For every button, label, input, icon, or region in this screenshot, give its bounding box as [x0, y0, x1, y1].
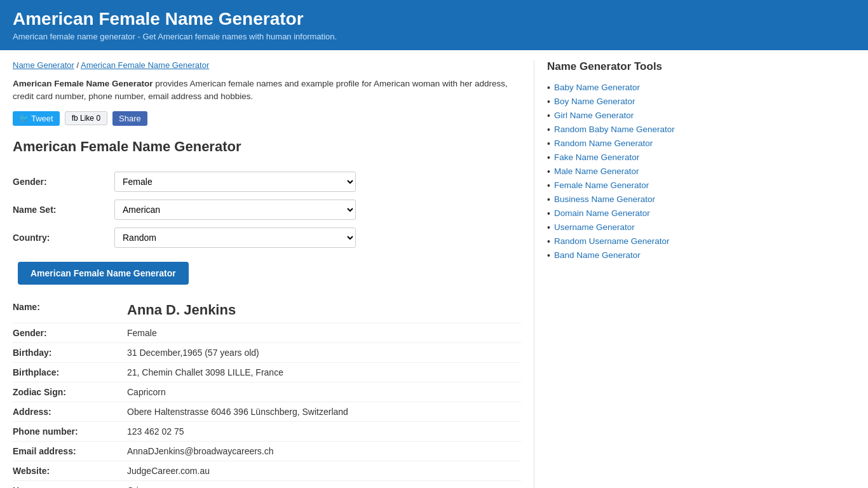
result-address-label: Address:: [13, 402, 127, 421]
sidebar-link-female-name-generator[interactable]: Female Name Generator: [554, 180, 649, 190]
result-gender-value: Female: [127, 323, 521, 342]
sidebar-list-item: Random Baby Name Generator: [547, 123, 675, 137]
result-birthday-value: 31 December,1965 (57 years old): [127, 342, 521, 362]
sidebar-link-baby-name-generator[interactable]: Baby Name Generator: [554, 83, 640, 92]
form-section-heading: American Female Name Generator: [13, 139, 521, 155]
country-row: Country: Random United States United Kin…: [13, 224, 521, 252]
sidebar-list-item: Username Generator: [547, 220, 675, 234]
page-title: American Female Name Generator: [13, 9, 855, 29]
sidebar-link-random-name-generator[interactable]: Random Name Generator: [554, 139, 653, 148]
sidebar-list-item: Business Name Generator: [547, 193, 675, 207]
breadcrumb: Name Generator / American Female Name Ge…: [13, 60, 521, 70]
sidebar-list-item: Random Name Generator: [547, 137, 675, 151]
nameset-label: Name Set:: [13, 196, 114, 224]
sidebar-list-item: Domain Name Generator: [547, 207, 675, 220]
sidebar-list-item: Random Username Generator: [547, 234, 675, 248]
result-gender-label: Gender:: [13, 323, 127, 342]
result-website-row: Website: JudgeCareer.com.au: [13, 461, 521, 480]
sidebar-list: Baby Name GeneratorBoy Name GeneratorGir…: [547, 81, 675, 262]
sidebar-link-domain-name-generator[interactable]: Domain Name Generator: [554, 208, 650, 218]
breadcrumb-current[interactable]: American Female Name Generator: [81, 60, 209, 70]
sidebar-link-male-name-generator[interactable]: Male Name Generator: [554, 166, 639, 176]
result-phone-row: Phone number: 123 462 02 75: [13, 421, 521, 441]
sidebar-heading: Name Generator Tools: [547, 60, 675, 73]
sidebar-link-random-username-generator[interactable]: Random Username Generator: [554, 236, 670, 246]
main-content: Name Generator / American Female Name Ge…: [0, 50, 534, 488]
result-birthday-label: Birthday:: [13, 342, 127, 362]
sidebar-link-girl-name-generator[interactable]: Girl Name Generator: [554, 111, 634, 120]
page-header: American Female Name Generator American …: [0, 0, 868, 50]
gender-select[interactable]: Female Male: [114, 172, 356, 192]
sidebar-link-boy-name-generator[interactable]: Boy Name Generator: [554, 97, 635, 106]
result-email-label: Email address:: [13, 441, 127, 461]
nameset-row: Name Set: American British French German…: [13, 196, 521, 224]
intro-paragraph: American Female Name Generator provides …: [13, 78, 521, 104]
country-select[interactable]: Random United States United Kingdom Fran…: [114, 227, 356, 248]
result-name-value: Anna D. Jenkins: [127, 302, 236, 318]
result-birthplace-row: Birthplace: 21, Chemin Challet 3098 LILL…: [13, 362, 521, 382]
sidebar-list-item: Male Name Generator: [547, 165, 675, 179]
sidebar-list-item: Baby Name Generator: [547, 81, 675, 95]
result-website-value: JudgeCareer.com.au: [127, 461, 521, 480]
tweet-button[interactable]: Tweet: [13, 111, 60, 126]
sidebar-link-band-name-generator[interactable]: Band Name Generator: [554, 250, 641, 260]
results-table: Name: Anna D. Jenkins Gender: Female Bir…: [13, 297, 521, 489]
sidebar-link-business-name-generator[interactable]: Business Name Generator: [554, 194, 655, 204]
result-username-label: Username:: [13, 480, 127, 488]
sidebar-list-item: Female Name Generator: [547, 179, 675, 193]
result-zodiac-label: Zodiac Sign:: [13, 382, 127, 402]
result-gender-row: Gender: Female: [13, 323, 521, 342]
sidebar-link-username-generator[interactable]: Username Generator: [554, 222, 635, 232]
result-zodiac-row: Zodiac Sign: Capricorn: [13, 382, 521, 402]
result-address-value: Obere Haltenstrasse 6046 396 Lünschberg,…: [127, 402, 521, 421]
result-birthplace-value: 21, Chemin Challet 3098 LILLE, France: [127, 362, 521, 382]
intro-bold: American Female Name Generator: [13, 79, 153, 88]
result-address-row: Address: Obere Haltenstrasse 6046 396 Lü…: [13, 402, 521, 421]
sidebar-list-item: Fake Name Generator: [547, 151, 675, 165]
result-birthplace-label: Birthplace:: [13, 362, 127, 382]
nameset-select[interactable]: American British French German Spanish: [114, 200, 356, 220]
social-buttons: Tweet fb Like 0 Share: [13, 111, 521, 126]
result-username-value: Crispener: [127, 480, 521, 488]
result-website-label: Website:: [13, 461, 127, 480]
result-name-label: Name:: [13, 297, 127, 323]
result-name-row: Name: Anna D. Jenkins: [13, 297, 521, 323]
sidebar-link-random-baby-name-generator[interactable]: Random Baby Name Generator: [554, 125, 675, 134]
gender-label: Gender:: [13, 168, 114, 196]
sidebar-list-item: Boy Name Generator: [547, 95, 675, 109]
page-subtitle: American female name generator - Get Ame…: [13, 32, 855, 41]
result-username-row: Username: Crispener: [13, 480, 521, 488]
generate-button[interactable]: American Female Name Generator: [18, 262, 189, 285]
result-birthday-row: Birthday: 31 December,1965 (57 years old…: [13, 342, 521, 362]
country-label: Country:: [13, 224, 114, 252]
share-button[interactable]: Share: [112, 111, 147, 126]
result-email-value: AnnaDJenkins@broadwaycareers.ch: [127, 441, 521, 461]
generator-form: Gender: Female Male Name Set: American B…: [13, 168, 521, 252]
breadcrumb-home[interactable]: Name Generator: [13, 60, 74, 70]
sidebar-list-item: Band Name Generator: [547, 248, 675, 262]
sidebar-list-item: Girl Name Generator: [547, 109, 675, 123]
gender-row: Gender: Female Male: [13, 168, 521, 196]
result-phone-label: Phone number:: [13, 421, 127, 441]
sidebar-link-fake-name-generator[interactable]: Fake Name Generator: [554, 152, 639, 162]
result-email-row: Email address: AnnaDJenkins@broadwaycare…: [13, 441, 521, 461]
result-phone-value: 123 462 02 75: [127, 421, 521, 441]
result-zodiac-value: Capricorn: [127, 382, 521, 402]
fb-like-button[interactable]: fb Like 0: [65, 111, 107, 125]
sidebar: Name Generator Tools Baby Name Generator…: [534, 60, 675, 488]
